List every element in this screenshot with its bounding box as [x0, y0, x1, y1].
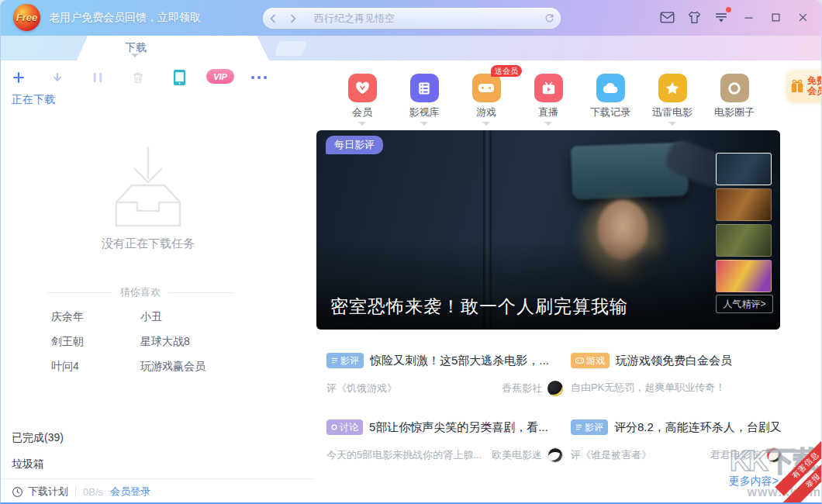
- new-tab-shape[interactable]: [275, 41, 308, 56]
- window-controls: [659, 9, 810, 25]
- forward-icon[interactable]: [283, 8, 303, 29]
- daily-review-tag: 每日影评: [326, 136, 383, 154]
- suggestion-item[interactable]: 小丑: [140, 310, 162, 324]
- suggest-section-header: 猜你喜欢: [47, 285, 233, 299]
- mail-icon[interactable]: [659, 9, 675, 25]
- back-icon[interactable]: [263, 8, 283, 29]
- news-item[interactable]: 影评 评分8.2，高能连环杀人，台剧又... 评《谁是被害者》 君君电影院: [571, 419, 782, 463]
- promo-banner-text[interactable]: 老用户免费会员回馈，立即领取: [49, 11, 201, 25]
- delete-trash-icon[interactable]: [126, 67, 150, 88]
- suggestion-item[interactable]: 庆余年: [51, 310, 84, 324]
- news-item[interactable]: 讨论 5部让你惊声尖笑的另类喜剧，看... 今天的5部电影来挑战你的肾上腺...…: [326, 419, 563, 463]
- more-options-icon[interactable]: [247, 67, 271, 88]
- avatar: [766, 447, 782, 463]
- news-title: 评分8.2，高能连环杀人，台剧又...: [614, 420, 782, 435]
- start-download-button[interactable]: [46, 67, 69, 88]
- chevron-down-icon[interactable]: [482, 122, 490, 126]
- suggestion-item[interactable]: 玩游戏赢会员: [140, 360, 206, 374]
- more-content-link[interactable]: 更多内容>: [729, 475, 779, 488]
- divider: [75, 487, 76, 497]
- film-icon: [410, 74, 439, 102]
- refresh-icon[interactable]: [537, 8, 561, 29]
- free-vip-button[interactable]: 免费会员: [786, 70, 822, 102]
- news-author: 欧美电影迷: [492, 448, 542, 462]
- lines-icon: [575, 424, 582, 430]
- skin-shirt-icon[interactable]: [686, 9, 702, 25]
- avatar: [547, 381, 563, 396]
- game-badge: 游戏: [571, 353, 610, 368]
- nav-label: 下载记录: [582, 105, 638, 119]
- banner-title: 密室恐怖来袭！敢一个人刷完算我输: [330, 295, 628, 319]
- banner-thumb-3[interactable]: [716, 224, 772, 257]
- gamepad-icon: [472, 74, 501, 102]
- minimize-icon[interactable]: [741, 9, 756, 25]
- search-input[interactable]: [303, 8, 537, 29]
- sidebar-item-completed[interactable]: 已完成(39): [12, 431, 64, 445]
- download-sidebar: VIP 正在下载 没有正在下载任务 猜你喜欢: [1, 60, 315, 504]
- nav-item-vip[interactable]: 会员: [334, 74, 390, 126]
- maximize-icon[interactable]: [768, 9, 783, 25]
- news-author: 香蕉影社: [502, 381, 542, 395]
- banner-thumb-4[interactable]: [716, 260, 772, 292]
- tab-bar: 下载: [1, 36, 821, 60]
- chevron-down-icon[interactable]: [358, 122, 366, 126]
- promo-free-logo-icon[interactable]: Free: [13, 4, 40, 31]
- vip-button[interactable]: VIP: [206, 69, 234, 84]
- live-tv-icon: [534, 74, 563, 102]
- discussion-badge: 讨论: [326, 419, 363, 435]
- app-window: Free 老用户免费会员回馈，立即领取: [0, 0, 822, 504]
- news-title: 惊险又刺激！这5部大逃杀电影，...: [370, 354, 549, 368]
- gift-icon: [790, 78, 804, 94]
- free-vip-label: 免费会员: [807, 76, 822, 96]
- suggestion-item[interactable]: 星球大战8: [140, 335, 190, 349]
- daily-review-banner[interactable]: 每日影评 密室恐怖来袭！敢一个人刷完算我输 人气精评>: [316, 130, 780, 330]
- close-icon[interactable]: [795, 9, 810, 25]
- cloud-icon: [596, 74, 625, 102]
- suggestion-item[interactable]: 叶问4: [51, 360, 79, 374]
- download-plan-button[interactable]: 下载计划: [28, 485, 68, 499]
- avatar: [547, 447, 563, 463]
- nav-item-live[interactable]: 直播: [520, 74, 576, 126]
- empty-download-state: 没有正在下载任务: [1, 142, 295, 251]
- banner-thumb-2[interactable]: [716, 188, 772, 221]
- news-title: 5部让你惊声尖笑的另类喜剧，看...: [369, 420, 548, 435]
- nav-label: 游戏: [458, 105, 514, 119]
- sidebar-item-trash[interactable]: 垃圾箱: [12, 457, 44, 471]
- circle-icon: [331, 424, 337, 430]
- sidebar-item-downloading[interactable]: 正在下载: [12, 93, 55, 107]
- nav-label: 直播: [520, 105, 576, 119]
- popular-reviews-button[interactable]: 人气精评>: [716, 295, 773, 313]
- suggestion-item[interactable]: 剑王朝: [51, 335, 84, 349]
- tab-chevron-down-icon[interactable]: [131, 54, 139, 57]
- suggest-title: 猜你喜欢: [120, 285, 161, 299]
- nav-label: 迅雷电影: [644, 105, 700, 119]
- chevron-down-icon[interactable]: [420, 122, 428, 126]
- nav-label: 电影圈子: [706, 105, 762, 119]
- news-item[interactable]: 游戏 玩游戏领免费白金会员 自由PK无惩罚，超爽单职业传奇！: [571, 353, 782, 395]
- nav-item-games[interactable]: 送会员 游戏: [458, 74, 514, 126]
- news-item[interactable]: 影评 惊险又刺激！这5部大逃杀电影，... 评《饥饿游戏》 香蕉影社: [326, 353, 563, 396]
- new-task-button[interactable]: [7, 67, 30, 88]
- phone-connect-icon[interactable]: [168, 67, 191, 88]
- tab-download[interactable]: [77, 36, 269, 60]
- main-menu-icon[interactable]: [713, 9, 729, 25]
- banner-thumb-1[interactable]: [716, 153, 772, 185]
- chevron-down-icon[interactable]: [544, 122, 552, 126]
- divider: [168, 292, 233, 293]
- news-title: 玩游戏领免费白金会员: [616, 354, 732, 368]
- bird-star-icon: [658, 74, 687, 102]
- lines-icon: [331, 357, 338, 364]
- pause-button[interactable]: [86, 67, 109, 88]
- ring-icon: [720, 74, 749, 102]
- nav-item-movie-circle[interactable]: 电影圈子: [706, 74, 762, 119]
- nav-item-xunlei-movies[interactable]: 迅雷电影: [644, 74, 700, 126]
- gift-member-badge: 送会员: [491, 65, 522, 77]
- nav-item-download-history[interactable]: 下载记录: [582, 74, 638, 119]
- news-desc: 评《谁是被害者》: [571, 448, 651, 462]
- heart-icon: [348, 74, 377, 102]
- search-bar: [263, 8, 561, 29]
- nav-item-media-library[interactable]: 影视库: [396, 74, 452, 126]
- title-bar: Free 老用户免费会员回馈，立即领取: [1, 0, 821, 36]
- chevron-down-icon[interactable]: [668, 122, 676, 126]
- member-login-link[interactable]: 会员登录: [110, 485, 150, 499]
